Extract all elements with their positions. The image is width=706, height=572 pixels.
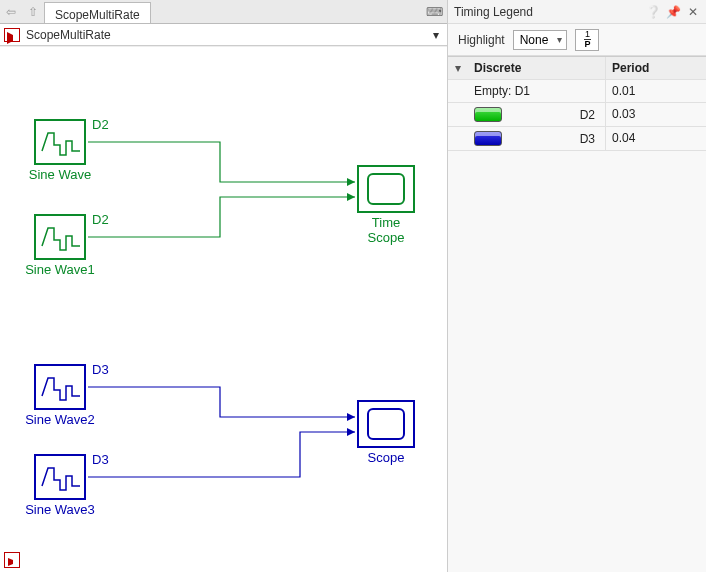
- rate-period: 0.03: [606, 103, 706, 126]
- block-scope[interactable]: Scope: [357, 400, 415, 448]
- block-label: Sine Wave2: [25, 412, 95, 427]
- expand-icon[interactable]: ▾: [448, 57, 468, 79]
- legend-table: ▾ Discrete Period Empty: D1 0.01 D2 0.03: [448, 56, 706, 572]
- rate-name: Empty: D1: [474, 84, 530, 98]
- tab-scopemultirate[interactable]: ScopeMultiRate: [44, 2, 151, 23]
- help-icon[interactable]: ❔: [646, 5, 660, 19]
- svg-marker-1: [347, 193, 355, 201]
- breadcrumb-text[interactable]: ScopeMultiRate: [26, 28, 429, 42]
- highlight-label: Highlight: [458, 33, 505, 47]
- rate-label: D2: [92, 117, 109, 132]
- rate-period: 0.04: [606, 127, 706, 150]
- block-sine-wave2[interactable]: D3 Sine Wave2: [34, 364, 86, 410]
- rate-name: D3: [580, 132, 595, 146]
- highlight-row: Highlight None 1P: [448, 24, 706, 56]
- color-swatch-green: [474, 107, 502, 122]
- rate-label: D2: [92, 212, 109, 227]
- panel-title: Timing Legend: [454, 5, 646, 19]
- timing-legend-header: Timing Legend ❔ 📌 ✕: [448, 0, 706, 24]
- breadcrumb: ScopeMultiRate ▾: [0, 24, 447, 46]
- svg-marker-0: [347, 178, 355, 186]
- block-label: Sine Wave3: [25, 502, 95, 517]
- highlight-select[interactable]: None: [513, 30, 568, 50]
- block-sine-wave[interactable]: D2 Sine Wave: [34, 119, 86, 165]
- block-sine-wave3[interactable]: D3 Sine Wave3: [34, 454, 86, 500]
- table-row[interactable]: D3 0.04: [448, 127, 706, 151]
- table-row[interactable]: Empty: D1 0.01: [448, 80, 706, 103]
- breadcrumb-dropdown-icon[interactable]: ▾: [429, 28, 443, 42]
- col-discrete[interactable]: Discrete: [468, 57, 606, 79]
- rate-label: D3: [92, 452, 109, 467]
- block-label: Scope: [368, 450, 405, 465]
- rate-label: D3: [92, 362, 109, 377]
- block-label: Sine Wave: [29, 167, 91, 182]
- tab-label: ScopeMultiRate: [55, 8, 140, 22]
- keyboard-icon[interactable]: ⌨: [421, 0, 447, 23]
- block-time-scope[interactable]: Time Scope: [357, 165, 415, 213]
- nav-up-icon[interactable]: ⇧: [22, 0, 44, 23]
- canvas[interactable]: D2 Sine Wave D2 Sine Wave1 Time Scope: [0, 46, 447, 572]
- inverse-period-button[interactable]: 1P: [575, 29, 599, 51]
- svg-marker-3: [347, 428, 355, 436]
- model-icon: [4, 28, 20, 42]
- block-label: Sine Wave1: [25, 262, 95, 277]
- table-row[interactable]: D2 0.03: [448, 103, 706, 127]
- model-status-icon[interactable]: [4, 552, 20, 568]
- rate-period: 0.01: [606, 80, 706, 102]
- close-icon[interactable]: ✕: [686, 5, 700, 19]
- tabbar: ⇦ ⇧ ScopeMultiRate ⌨: [0, 0, 447, 24]
- block-label: Time Scope: [368, 215, 405, 245]
- svg-marker-2: [347, 413, 355, 421]
- highlight-value: None: [520, 33, 549, 47]
- rate-name: D2: [580, 108, 595, 122]
- table-header: ▾ Discrete Period: [448, 56, 706, 80]
- block-sine-wave1[interactable]: D2 Sine Wave1: [34, 214, 86, 260]
- nav-back-icon[interactable]: ⇦: [0, 0, 22, 23]
- pin-icon[interactable]: 📌: [666, 5, 680, 19]
- color-swatch-blue: [474, 131, 502, 146]
- col-period[interactable]: Period: [606, 57, 706, 79]
